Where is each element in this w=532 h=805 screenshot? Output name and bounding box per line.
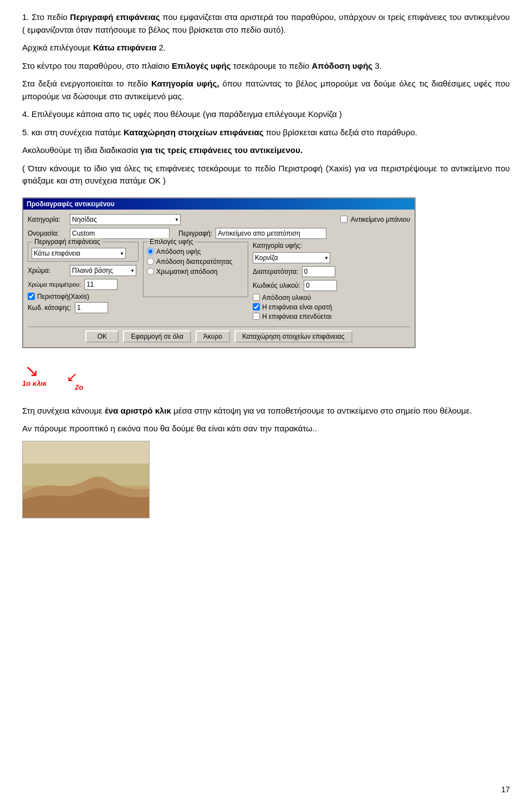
surface-desc-content: Κάτω επιφάνεια	[32, 248, 135, 259]
first-click-label: 1ο κλικ	[22, 379, 47, 388]
surface-select[interactable]: Κάτω επιφάνεια	[32, 248, 126, 259]
page-content: 1. Στο πεδίο Περιγραφή επιφάνειας που εμ…	[22, 11, 510, 518]
bold-1: Περιγραφή επιφάνειας	[70, 12, 160, 22]
page-number: 17	[501, 785, 510, 794]
preview-svg	[23, 441, 150, 518]
name-label: Ονομασία:	[28, 230, 66, 237]
perimeter-input[interactable]	[84, 279, 117, 290]
checkbox-ependy[interactable]	[253, 313, 260, 320]
kodikos-input[interactable]	[304, 280, 337, 291]
bold-6: Καταχώρηση στοιχείων επιφάνειας	[124, 128, 264, 137]
apodosi-row: Απόδοση υλικού	[253, 294, 410, 302]
second-arrow-icon: ↙	[66, 369, 78, 385]
bold-2: Κάτω επιφάνεια	[93, 43, 156, 52]
bold-4: Απόδοση υφής	[311, 61, 372, 70]
first-arrow-icon: ↙	[25, 361, 39, 380]
below-dialog-area: ↙ 1ο κλικ ↙ 2ο	[22, 358, 510, 402]
texture-options-title: Επιλογές υφής	[148, 238, 195, 246]
cat-yf-select-wrap[interactable]: Κορνίζα	[253, 252, 330, 263]
bold-3: Επιλογές υφής	[172, 61, 231, 70]
radio-chroma-label: Χρωματική απόδοση	[156, 268, 218, 276]
second-click-label: 2ο	[75, 383, 83, 391]
svg-rect-2	[23, 441, 150, 463]
apply-button[interactable]: Εφαρμογή σε όλα	[123, 330, 191, 343]
code-input[interactable]	[75, 302, 108, 313]
kodikos-row: Κωδικός υλικού:	[253, 280, 410, 291]
color-select[interactable]: Πλαινά βάσης	[70, 265, 136, 276]
bold-click: ένα αριστρό κλικ	[105, 406, 171, 415]
ependy-row: Η επιφάνεια επενδύεται	[253, 313, 410, 320]
cat-yf-select[interactable]: Κορνίζα	[253, 252, 330, 263]
perimeter-row: Χρώμα περιμέτρου:	[28, 279, 139, 290]
orathi-label: Η επιφάνεια είναι ορατή	[262, 303, 332, 311]
desc-input[interactable]	[216, 228, 326, 239]
diaper-row: Διαπερατότητα:	[253, 266, 410, 277]
dialog-btn-row: ΟΚ Εφαρμογή σε όλα Άκυρο Καταχώρηση στοι…	[28, 327, 410, 343]
paragraph-after-list: Ακολουθούμε τη ίδια διαδικασία για τις τ…	[22, 144, 510, 157]
category-select-wrap[interactable]: Νησίδας	[70, 214, 181, 225]
dialog-left-col: Περιγραφή επιφάνειας Κάτω επιφάνεια Χρώμ…	[28, 242, 139, 322]
category-label: Κατηγορία:	[28, 216, 66, 223]
radio-row-2: Απόδοση διαπερατότητας	[147, 258, 244, 266]
radio-apodosi[interactable]	[147, 248, 154, 255]
register-button[interactable]: Καταχώρηση στοιχείων επιφάνειας	[234, 330, 352, 343]
peristrofi-row: Περιστοφή(Xaxis)	[28, 293, 139, 300]
dialog-category-row: Κατηγορία: Νησίδας Αντικείμενο μπάνιου	[28, 214, 410, 225]
code-row: Κωδ. κάτοψης:	[28, 302, 139, 313]
paragraph-4: Στα δεξιά ενεργοποιείται το πεδίο Κατηγο…	[22, 78, 510, 103]
arrow-area: ↙ 1ο κλικ ↙ 2ο	[22, 358, 89, 402]
paragraph-parenthesis: ( Όταν κάνουμε το ίδιο για όλες τις επιφ…	[22, 162, 510, 187]
bold-proc: για τις τρείς επιφάνειες του αντικείμενο…	[140, 145, 303, 155]
surface-desc-title: Περιγραφή επιφάνειας	[33, 238, 102, 246]
radio-row-3: Χρωματική απόδοση	[147, 268, 244, 276]
radio-diaper[interactable]	[147, 258, 154, 265]
paragraph-6: 5. και στη συνέχεια πατάμε Καταχώρηση στ…	[22, 126, 510, 139]
kodikos-label: Κωδικός υλικού:	[253, 282, 300, 289]
arrows-container: ↙ 1ο κλικ ↙ 2ο	[22, 358, 105, 402]
paragraph-preview: Αν πάρουμε προοπτικό η εικόνα που θα δού…	[22, 422, 510, 435]
preview-image	[22, 441, 150, 518]
color-label: Χρώμα:	[28, 267, 66, 274]
perimeter-label: Χρώμα περιμέτρου:	[28, 281, 81, 288]
dialog-right-col: Κατηγορία υφής: Κορνίζα Διαπερατότητα:	[253, 242, 410, 322]
color-row: Χρώμα: Πλαινά βάσης	[28, 265, 139, 276]
radio-apodosi-label: Απόδοση υφής	[156, 248, 201, 256]
diaper-label: Διαπερατότητα:	[253, 268, 299, 276]
checkbox-antikimeno-label: Αντικείμενο μπάνιου	[351, 216, 410, 223]
paragraph-5: 4. Επιλέγουμε κάποια απο τις υφές που θέ…	[22, 108, 510, 121]
dialog-name-row: Ονομασία: Περιγραφή:	[28, 228, 410, 239]
texture-options-group: Επιλογές υφής Απόδοση υφής Απόδοση διαπε…	[143, 242, 248, 297]
cancel-button[interactable]: Άκυρο	[196, 330, 230, 343]
paragraph-click: Στη συνέχεια κάνουμε ένα αριστρό κλικ μέ…	[22, 405, 510, 417]
paragraph-2: Αρχικά επιλέγουμε Κάτω επιφάνεια 2.	[22, 42, 510, 54]
checkbox-peristrofi[interactable]	[28, 293, 35, 300]
surface-desc-group: Περιγραφή επιφάνειας Κάτω επιφάνεια	[28, 242, 139, 262]
code-label: Κωδ. κάτοψης:	[28, 304, 71, 312]
color-select-wrap[interactable]: Πλαινά βάσης	[70, 265, 136, 276]
dialog-main-area: Περιγραφή επιφάνειας Κάτω επιφάνεια Χρώμ…	[28, 242, 410, 322]
checkbox-antikimeno[interactable]	[340, 216, 347, 223]
cat-yf-label: Κατηγορία υφής:	[253, 242, 302, 249]
texture-options-content: Απόδοση υφής Απόδοση διαπερατότητας Χρωμ…	[147, 248, 244, 276]
peristrofi-label: Περιστοφή(Xaxis)	[37, 293, 89, 300]
dialog-box: Προδιαγραφές αντικειμένου Κατηγορία: Νησ…	[22, 197, 416, 348]
desc-label: Περιγραφή:	[178, 230, 212, 237]
dialog-title: Προδιαγραφές αντικειμένου	[23, 198, 415, 210]
category-select[interactable]: Νησίδας	[70, 214, 181, 225]
ependy-label: Η επιφάνεια επενδύεται	[262, 313, 331, 320]
radio-diaper-label: Απόδοση διαπερατότητας	[156, 258, 232, 266]
surface-select-wrap[interactable]: Κάτω επιφάνεια	[32, 248, 126, 259]
ok-button[interactable]: ΟΚ	[85, 330, 119, 343]
cat-yf-row: Κατηγορία υφής:	[253, 242, 410, 249]
checkbox-apodosi[interactable]	[253, 294, 260, 301]
bold-5: Κατηγορία υφής,	[151, 79, 219, 88]
checkbox-orathi[interactable]	[253, 303, 260, 310]
radio-chroma[interactable]	[147, 268, 154, 275]
name-input[interactable]	[70, 228, 170, 239]
diaper-input[interactable]	[302, 266, 335, 277]
radio-row-1: Απόδοση υφής	[147, 248, 244, 256]
cat-yf-select-row: Κορνίζα	[253, 252, 410, 263]
dialog-body: Κατηγορία: Νησίδας Αντικείμενο μπάνιου Ο…	[23, 210, 415, 347]
paragraph-1: 1. Στο πεδίο Περιγραφή επιφάνειας που εμ…	[22, 11, 510, 36]
apodosi-label: Απόδοση υλικού	[262, 294, 311, 302]
